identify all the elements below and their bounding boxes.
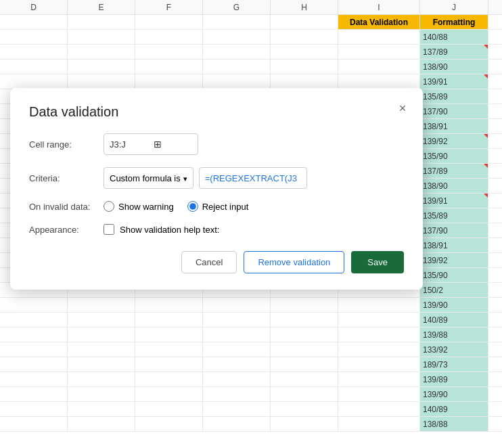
reject-input-label: Reject input — [202, 202, 249, 212]
formula-input[interactable] — [199, 167, 307, 189]
show-help-text-label: Show validation help text: — [120, 225, 219, 235]
invalid-data-label: On invalid data: — [29, 202, 104, 212]
close-icon: × — [399, 102, 407, 116]
reject-input-radio[interactable] — [187, 201, 198, 212]
dialog-title: Data validation — [29, 104, 404, 120]
chevron-down-icon — [183, 173, 187, 183]
show-warning-radio[interactable] — [104, 201, 114, 212]
reject-input-option[interactable]: Reject input — [187, 201, 249, 212]
show-warning-option[interactable]: Show warning — [104, 201, 174, 212]
show-help-text-checkbox[interactable] — [104, 224, 114, 235]
criteria-row: Criteria: Custom formula is — [29, 167, 404, 189]
cancel-button[interactable]: Cancel — [181, 251, 237, 273]
help-text-row: Show validation help text: — [104, 224, 219, 235]
grid-select-icon[interactable]: ⊞ — [154, 139, 192, 150]
save-button[interactable]: Save — [351, 251, 404, 273]
show-warning-label: Show warning — [118, 202, 174, 212]
criteria-dropdown-value: Custom formula is — [110, 173, 181, 183]
close-button[interactable]: × — [393, 99, 412, 118]
remove-validation-button[interactable]: Remove validation — [244, 251, 344, 273]
invalid-data-row: On invalid data: Show warning Reject inp… — [29, 201, 404, 212]
appearance-label: Appearance: — [29, 225, 104, 235]
cell-range-value: J3:J — [110, 139, 148, 150]
criteria-label: Criteria: — [29, 173, 104, 183]
modal-overlay: Data validation × Cell range: J3:J ⊞ Cri… — [0, 0, 502, 448]
data-validation-dialog: Data validation × Cell range: J3:J ⊞ Cri… — [10, 88, 423, 290]
cell-range-row: Cell range: J3:J ⊞ — [29, 133, 404, 155]
criteria-controls: Custom formula is — [104, 167, 307, 189]
criteria-dropdown[interactable]: Custom formula is — [104, 167, 193, 189]
cell-range-label: Cell range: — [29, 139, 104, 150]
cell-range-input[interactable]: J3:J ⊞ — [104, 133, 198, 155]
radio-group: Show warning Reject input — [104, 201, 248, 212]
appearance-row: Appearance: Show validation help text: — [29, 224, 404, 235]
dialog-footer: Cancel Remove validation Save — [29, 251, 404, 273]
